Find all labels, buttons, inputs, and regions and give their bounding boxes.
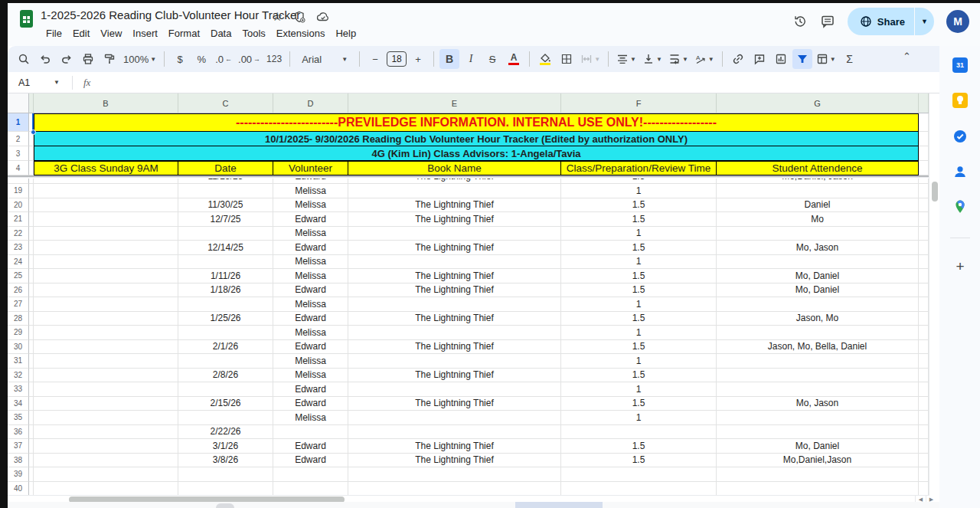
row-header-34[interactable]: 34 [8, 397, 29, 411]
row-header-31[interactable]: 31 [8, 354, 29, 369]
cell-b-31[interactable] [34, 354, 178, 369]
cell-attendance-26[interactable]: Mo, Daniel [717, 283, 919, 298]
cell-date-28[interactable]: 1/25/26 [178, 312, 273, 326]
cell-b-22[interactable] [34, 227, 178, 241]
cell-b-32[interactable] [34, 369, 178, 383]
cell-h25[interactable] [919, 269, 929, 283]
paint-format-button[interactable] [100, 49, 119, 69]
cell-volunteer-27[interactable]: Melissa [273, 297, 348, 312]
cell-time-22[interactable]: 1 [561, 227, 717, 241]
cell-volunteer-31[interactable]: Melissa [273, 354, 348, 369]
cell-attendance-30[interactable]: Jason, Mo, Bella, Daniel [717, 340, 919, 355]
row-header-33[interactable]: 33 [8, 382, 29, 397]
number-format-button[interactable]: 123 [264, 49, 284, 69]
cell-volunteer-19[interactable]: Melissa [273, 184, 348, 198]
cell-h23[interactable] [919, 241, 929, 255]
cell-volunteer-18[interactable]: Edward [273, 179, 348, 184]
search-menus-button[interactable] [14, 49, 34, 69]
cell-volunteer-37[interactable]: Edward [273, 439, 348, 454]
cell-b-28[interactable] [34, 312, 178, 326]
version-history-icon[interactable] [792, 14, 808, 29]
cell-attendance-40[interactable] [717, 482, 919, 497]
privilege-banner-cell[interactable]: -------------------------PREVILEDGE INFO… [34, 113, 919, 132]
cell-b-29[interactable] [34, 326, 178, 340]
cell-attendance-22[interactable] [717, 227, 919, 241]
menu-file[interactable]: File [41, 25, 67, 41]
cell-b-38[interactable] [34, 454, 178, 468]
cell-h32[interactable] [919, 369, 929, 383]
add-addon-button[interactable]: + [952, 259, 968, 274]
cell-book-30[interactable]: The Lightning Thief [348, 340, 561, 355]
row-header-1[interactable]: 1 [8, 113, 29, 132]
cell-book-24[interactable] [348, 255, 561, 270]
row-header-22[interactable]: 22 [8, 227, 29, 241]
name-box[interactable]: A1▼ [8, 77, 67, 88]
cell-book-29[interactable] [348, 326, 561, 340]
cell-volunteer-20[interactable]: Melissa [273, 198, 348, 213]
column-header-b[interactable]: B [34, 93, 178, 113]
row-header-28[interactable]: 28 [8, 312, 29, 326]
cell-date-31[interactable] [178, 354, 273, 369]
cell-volunteer-34[interactable]: Edward [273, 397, 348, 411]
hide-menus-button[interactable]: ⌃ [903, 51, 911, 62]
cell-time-30[interactable]: 1.5 [561, 340, 717, 355]
cell-h26[interactable] [919, 283, 929, 298]
row-header-39[interactable]: 39 [8, 467, 29, 482]
cell-date-24[interactable] [178, 255, 273, 270]
select-all-corner[interactable] [8, 93, 29, 113]
cell-volunteer-40[interactable] [273, 482, 348, 497]
row-header-19[interactable]: 19 [8, 184, 29, 198]
cell-attendance-24[interactable] [717, 255, 919, 270]
selection-fill-handle[interactable] [31, 129, 36, 135]
cell-attendance-31[interactable] [717, 354, 919, 369]
cell-book-28[interactable]: The Lightning Thief [348, 312, 561, 326]
menu-help[interactable]: Help [330, 25, 361, 41]
cell-attendance-38[interactable]: Mo,Daniel,Jason [717, 454, 919, 468]
cell-date-39[interactable] [178, 467, 273, 482]
cell-attendance-34[interactable]: Mo, Jason [717, 397, 919, 411]
row-header-24[interactable]: 24 [8, 255, 29, 270]
row-header-40[interactable]: 40 [8, 482, 29, 497]
cell-book-37[interactable]: The Lightning Thief [348, 439, 561, 454]
document-title[interactable]: 1-2025-2026 Reading Club-Volunteer Hour … [41, 8, 300, 21]
header-cell-3[interactable]: Book Name [348, 161, 561, 175]
cell-volunteer-29[interactable]: Melissa [273, 326, 348, 340]
cell-time-37[interactable]: 1.5 [561, 439, 717, 454]
cell-time-26[interactable]: 1.5 [561, 283, 717, 298]
cell-time-40[interactable] [561, 482, 717, 497]
menu-insert[interactable]: Insert [127, 25, 163, 41]
header-cell-4[interactable]: Class/Preparation/Review Time [561, 161, 717, 175]
cell-time-24[interactable]: 1 [561, 255, 717, 270]
cell-time-25[interactable]: 1.5 [561, 269, 717, 283]
column-header-e[interactable]: E [348, 93, 561, 113]
cell-h39[interactable] [919, 467, 929, 482]
cell-b-26[interactable] [34, 283, 178, 298]
cell-date-34[interactable]: 2/15/26 [178, 397, 273, 411]
cell-b-20[interactable] [34, 198, 178, 213]
cell-book-19[interactable] [348, 184, 561, 198]
row-header-36[interactable]: 36 [8, 425, 29, 440]
cell-book-33[interactable] [348, 382, 561, 397]
header-cell-2[interactable]: Volunteer [273, 161, 348, 175]
strikethrough-button[interactable]: S [482, 49, 502, 69]
format-currency-button[interactable]: $ [170, 49, 190, 69]
cell-h30[interactable] [919, 340, 929, 355]
cell-h38[interactable] [919, 454, 929, 468]
header-cell-1[interactable]: Date [178, 161, 273, 175]
star-icon[interactable]: ☆ [272, 9, 283, 24]
cell-attendance-32[interactable] [717, 369, 919, 383]
column-header-f[interactable]: F [561, 93, 717, 113]
table-views-button[interactable]: ▼ [814, 49, 838, 69]
text-color-button[interactable]: A [504, 49, 524, 69]
cell-date-36[interactable]: 2/22/26 [178, 425, 273, 440]
cell-h20[interactable] [919, 198, 929, 213]
vertical-scrollbar[interactable] [929, 93, 939, 496]
cell-h4[interactable] [919, 161, 929, 175]
cell-attendance-20[interactable]: Daniel [717, 198, 919, 213]
create-filter-button[interactable] [792, 49, 812, 69]
keep-icon[interactable] [952, 93, 968, 108]
formula-input[interactable] [90, 72, 939, 93]
cell-date-26[interactable]: 1/18/26 [178, 283, 273, 298]
cell-attendance-35[interactable] [717, 411, 919, 425]
cell-date-32[interactable]: 2/8/26 [178, 369, 273, 383]
